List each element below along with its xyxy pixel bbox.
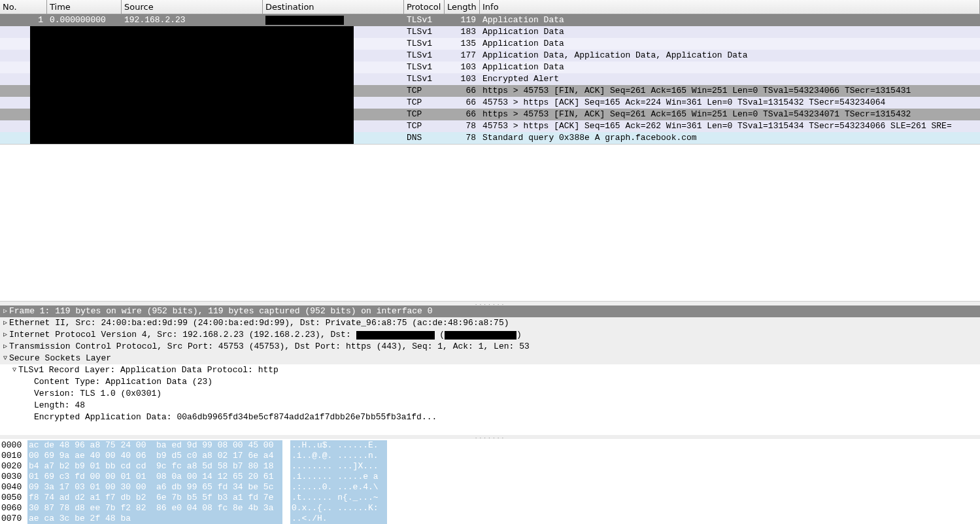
packet-row[interactable]: 10.000000000192.168.2.23TLSv1119Applicat… <box>0 14 980 26</box>
redacted-dst-icon <box>265 16 344 25</box>
expand-icon[interactable]: ▷ <box>1 329 9 341</box>
col-header-destination[interactable]: Destination <box>263 0 404 14</box>
hex-ascii: ........ ...]X... <box>290 461 387 472</box>
hex-bytes: 09 3a 17 03 01 00 30 00 a6 db 99 65 fd 3… <box>27 482 282 493</box>
redacted-ip-icon <box>356 331 435 340</box>
col-header-length[interactable]: Length <box>445 0 480 14</box>
cell-len: 103 <box>445 61 480 73</box>
detail-encrypted-data[interactable]: Encrypted Application Data: 00a6db9965fd… <box>0 411 980 423</box>
cell-len: 119 <box>445 14 480 26</box>
cell-info: Application Data, Application Data, Appl… <box>480 50 980 61</box>
cell-info: 45753 > https [ACK] Seq=165 Ack=262 Win=… <box>480 120 980 132</box>
cell-len: 66 <box>445 85 480 97</box>
cell-info: https > 45753 [FIN, ACK] Seq=261 Ack=165… <box>480 85 980 97</box>
cell-info: Application Data <box>480 61 980 73</box>
cell-proto: DNS <box>404 132 445 144</box>
detail-ip[interactable]: ▷Internet Protocol Version 4, Src: 192.1… <box>0 329 980 341</box>
hex-offset: 0020 <box>0 461 27 472</box>
col-header-no[interactable]: No. <box>0 0 47 14</box>
hex-line[interactable]: 004009 3a 17 03 01 00 30 00 a6 db 99 65 … <box>0 482 980 493</box>
packet-list-header: No. Time Source Destination Protocol Len… <box>0 0 980 14</box>
hex-ascii: .i..@.@. ......n. <box>290 451 387 461</box>
cell-len: 183 <box>445 26 480 38</box>
cell-info: Standard query 0x388e A graph.facebook.c… <box>480 132 980 144</box>
packet-list-empty-area <box>0 145 980 302</box>
cell-info: https > 45753 [FIN, ACK] Seq=261 Ack=165… <box>480 109 980 120</box>
cell-proto: TCP <box>404 85 445 97</box>
cell-proto: TLSv1 <box>404 73 445 85</box>
hex-bytes: 00 69 9a ae 40 00 40 06 b9 d5 c0 a8 02 1… <box>27 451 282 461</box>
col-header-source[interactable]: Source <box>122 0 263 14</box>
hex-offset: 0050 <box>0 493 27 503</box>
expand-icon[interactable]: ▷ <box>1 317 9 329</box>
cell-len: 103 <box>445 73 480 85</box>
cell-len: 78 <box>445 120 480 132</box>
cell-len: 177 <box>445 50 480 61</box>
hex-offset: 0010 <box>0 451 27 461</box>
hex-bytes: ac de 48 96 a8 75 24 00 ba ed 9d 99 08 0… <box>27 440 282 451</box>
hex-offset: 0040 <box>0 482 27 493</box>
detail-ethernet[interactable]: ▷Ethernet II, Src: 24:00:ba:ed:9d:99 (24… <box>0 317 980 329</box>
cell-info: Application Data <box>480 26 980 38</box>
cell-proto: TCP <box>404 109 445 120</box>
packet-bytes-pane: 0000ac de 48 96 a8 75 24 00 ba ed 9d 99 … <box>0 439 980 524</box>
packet-details-pane: ▷Frame 1: 119 bytes on wire (952 bits), … <box>0 306 980 435</box>
hex-ascii: 0.x..{.. ......K: <box>290 503 387 514</box>
cell-len: 66 <box>445 97 480 109</box>
hex-line[interactable]: 0070ae ca 3c be 2f 48 ba ..<./H. <box>0 514 980 524</box>
hex-line[interactable]: 006030 87 78 d8 ee 7b f2 82 86 e0 04 08 … <box>0 503 980 514</box>
hex-ascii: ..<./H. <box>290 514 387 524</box>
cell-dst <box>263 14 404 26</box>
hex-bytes: f8 74 ad d2 a1 f7 db b2 6e 7b b5 5f b3 a… <box>27 493 282 503</box>
cell-no: 1 <box>0 14 47 26</box>
hex-offset: 0070 <box>0 514 27 524</box>
packet-list-body: 10.000000000192.168.2.23TLSv1119Applicat… <box>0 14 980 144</box>
cell-info: 45753 > https [ACK] Seq=165 Ack=224 Win=… <box>480 97 980 109</box>
cell-proto: TCP <box>404 120 445 132</box>
packet-list-pane: No. Time Source Destination Protocol Len… <box>0 0 980 145</box>
expand-icon[interactable]: ▷ <box>1 306 9 317</box>
cell-info: Application Data <box>480 38 980 50</box>
detail-length[interactable]: Length: 48 <box>0 400 980 411</box>
cell-proto: TLSv1 <box>404 38 445 50</box>
hex-offset: 0000 <box>0 440 27 451</box>
col-header-info[interactable]: Info <box>480 0 980 14</box>
hex-ascii: .:....0. ...e.4.\ <box>290 482 387 493</box>
cell-len: 78 <box>445 132 480 144</box>
hex-offset: 0030 <box>0 472 27 482</box>
col-header-protocol[interactable]: Protocol <box>404 0 445 14</box>
hex-line[interactable]: 003001 69 c3 fd 00 00 01 01 08 0a 00 14 … <box>0 472 980 482</box>
cell-proto: TLSv1 <box>404 61 445 73</box>
hex-offset: 0060 <box>0 503 27 514</box>
redaction-block <box>30 26 354 144</box>
cell-len: 66 <box>445 109 480 120</box>
hex-line[interactable]: 001000 69 9a ae 40 00 40 06 b9 d5 c0 a8 … <box>0 451 980 461</box>
hex-ascii: ..H..u$. ......E. <box>290 440 387 451</box>
hex-bytes: 01 69 c3 fd 00 00 01 01 08 0a 00 14 12 6… <box>27 472 282 482</box>
detail-tls-record[interactable]: ▽TLSv1 Record Layer: Application Data Pr… <box>0 364 980 376</box>
hex-bytes: b4 a7 b2 b9 01 bb cd cd 9c fc a8 5d 58 b… <box>27 461 282 472</box>
detail-tcp[interactable]: ▷Transmission Control Protocol, Src Port… <box>0 341 980 353</box>
hex-line[interactable]: 0020b4 a7 b2 b9 01 bb cd cd 9c fc a8 5d … <box>0 461 980 472</box>
cell-time: 0.000000000 <box>47 14 122 26</box>
cell-proto: TCP <box>404 97 445 109</box>
hex-ascii: .t...... n{._...~ <box>290 493 387 503</box>
collapse-icon[interactable]: ▽ <box>10 364 18 376</box>
hex-ascii: .i...... .....e a <box>290 472 387 482</box>
hex-bytes: ae ca 3c be 2f 48 ba <box>27 514 282 524</box>
detail-ssl[interactable]: ▽Secure Sockets Layer <box>0 353 980 364</box>
redacted-ip-icon <box>445 331 516 340</box>
cell-info: Encrypted Alert <box>480 73 980 85</box>
expand-icon[interactable]: ▷ <box>1 341 9 353</box>
cell-proto: TLSv1 <box>404 14 445 26</box>
hex-line[interactable]: 0050f8 74 ad d2 a1 f7 db b2 6e 7b b5 5f … <box>0 493 980 503</box>
detail-content-type[interactable]: Content Type: Application Data (23) <box>0 376 980 388</box>
detail-frame[interactable]: ▷Frame 1: 119 bytes on wire (952 bits), … <box>0 306 980 317</box>
cell-src: 192.168.2.23 <box>122 14 263 26</box>
collapse-icon[interactable]: ▽ <box>1 353 9 364</box>
hex-line[interactable]: 0000ac de 48 96 a8 75 24 00 ba ed 9d 99 … <box>0 440 980 451</box>
cell-proto: TLSv1 <box>404 50 445 61</box>
col-header-time[interactable]: Time <box>47 0 122 14</box>
cell-info: Application Data <box>480 14 980 26</box>
detail-version[interactable]: Version: TLS 1.0 (0x0301) <box>0 388 980 400</box>
